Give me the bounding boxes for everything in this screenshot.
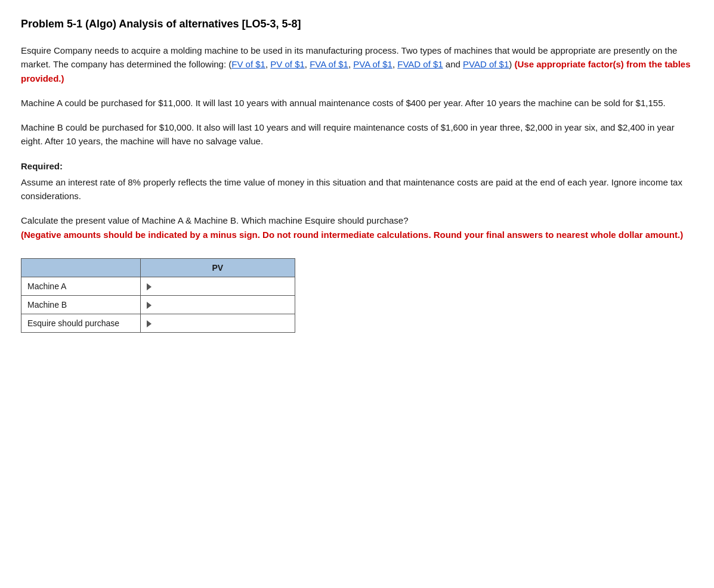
table-row: Machine B [21, 295, 295, 314]
fv-link[interactable]: FV of $1 [231, 59, 265, 69]
required-section: Required: Assume an interest rate of 8% … [21, 159, 693, 203]
machine-a-label: Machine A [21, 277, 141, 295]
required-label: Required: [21, 159, 693, 173]
table-section: PV Machine A Machine B Esquire should pu… [21, 258, 693, 333]
pv-table: PV Machine A Machine B Esquire should pu… [21, 258, 295, 333]
machine-b-label: Machine B [21, 295, 141, 314]
esquire-purchase-label: Esquire should purchase [21, 314, 141, 332]
machine-a-paragraph: Machine A could be purchased for $11,000… [21, 96, 693, 110]
calculate-text: Calculate the present value of Machine A… [21, 215, 409, 225]
intro-paragraph: Esquire Company needs to acquire a moldi… [21, 44, 693, 85]
required-text: Assume an interest rate of 8% properly r… [21, 177, 682, 201]
table-empty-header [21, 258, 141, 277]
table-pv-header: PV [140, 258, 295, 277]
machine-b-paragraph: Machine B could be purchased for $10,000… [21, 120, 693, 148]
table-row: Esquire should purchase [21, 314, 295, 332]
pvad-link[interactable]: PVAD of $1 [463, 59, 509, 69]
esquire-purchase-arrow [147, 320, 152, 327]
pv-link[interactable]: PV of $1 [270, 59, 305, 69]
esquire-purchase-input[interactable] [154, 318, 285, 328]
machine-a-input-cell [140, 277, 295, 295]
fva-link[interactable]: FVA of $1 [310, 59, 348, 69]
pva-link[interactable]: PVA of $1 [353, 59, 392, 69]
machine-b-arrow [147, 302, 152, 309]
machine-b-input-cell [140, 295, 295, 314]
page-title: Problem 5-1 (Algo) Analysis of alternati… [21, 18, 693, 30]
calculate-paragraph: Calculate the present value of Machine A… [21, 213, 693, 242]
table-row: Machine A [21, 277, 295, 295]
esquire-purchase-input-cell [140, 314, 295, 332]
machine-a-input[interactable] [154, 281, 285, 291]
note-red: (Negative amounts should be indicated by… [21, 230, 683, 240]
fvad-link[interactable]: FVAD of $1 [397, 59, 443, 69]
machine-b-input[interactable] [154, 300, 285, 310]
machine-a-arrow [147, 283, 152, 290]
